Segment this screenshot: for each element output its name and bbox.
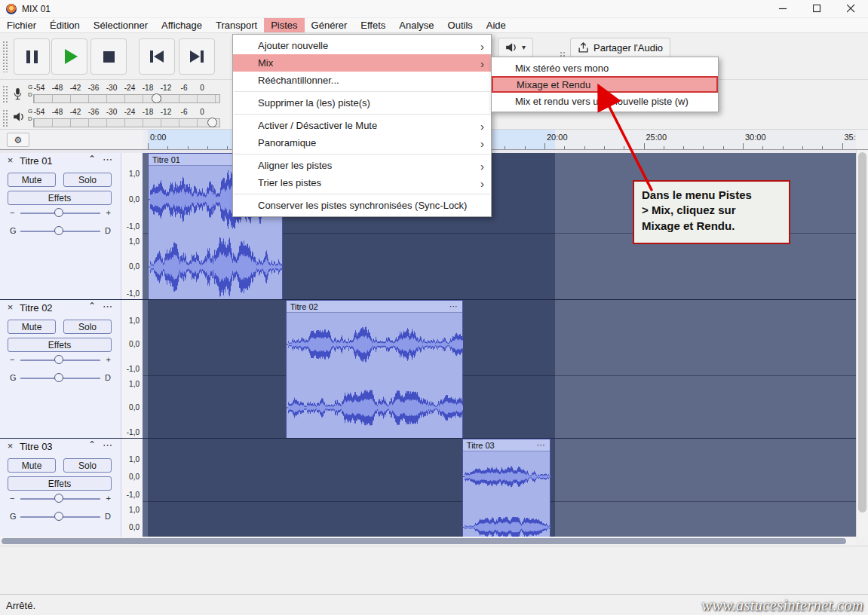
track-menu-icon[interactable]: ⋯ [102,154,114,165]
track-title[interactable]: Titre 02 [20,302,53,314]
slider-thumb[interactable] [54,208,63,217]
playback-meter-bar[interactable] [33,118,220,127]
slider-thumb[interactable] [54,355,63,364]
menu-item-mix-et-rendu-vers-une-nouvelle-piste-w[interactable]: Mix et rendu vers une nouvelle piste (w) [492,93,718,109]
menu-item-mix-stereo-vers-mono[interactable]: Mix stéréo vers mono [492,60,718,76]
submenu-arrow-icon: › [480,159,484,172]
effects-button[interactable]: Effets [8,476,112,491]
minimize-button[interactable] [766,0,800,17]
effects-button[interactable]: Effets [8,338,112,352]
recording-meter-bar[interactable] [33,94,220,103]
menu-item-aligner-les-pistes[interactable]: Aligner les pistes› [233,157,491,174]
menu-effets[interactable]: Effets [354,18,392,32]
effects-button[interactable]: Effets [8,191,112,205]
skip-to-start-button[interactable] [139,38,175,75]
menu-separator [234,91,490,92]
share-audio-button[interactable]: Partager l'Audio [570,38,670,57]
track-wave-area[interactable]: Titre 02⋯ [143,300,856,438]
collapse-track-icon[interactable]: ⌃ [86,439,98,450]
skip-to-end-button[interactable] [179,38,215,75]
balance-slider[interactable]: GD [0,512,121,523]
mute-button[interactable]: Mute [8,173,56,187]
clip-header[interactable]: Titre 03⋯ [463,439,550,451]
menu-item-conserver-les-pistes-synchronisees-sync-lock[interactable]: Conserver les pistes synchronisées (Sync… [233,197,491,214]
close-button[interactable] [834,0,868,17]
clip-menu-icon[interactable]: ⋯ [449,301,459,311]
close-track-icon[interactable]: × [5,440,16,451]
track-menu-icon[interactable]: ⋯ [102,301,114,312]
balance-slider[interactable]: GD [0,226,121,237]
slider-min-label: G [10,373,17,382]
menu-outils[interactable]: Outils [441,18,480,32]
ruler-tick [525,146,526,149]
track-control-panel[interactable]: ×Titre 02⌃⋯MuteSoloEffets−+GD [0,300,121,438]
recording-volume-slider[interactable] [152,93,161,103]
pan-slider[interactable]: −+ [0,355,121,366]
audio-setup-button[interactable]: ▾ [498,38,533,57]
menu-item-label: Mix et rendu vers une nouvelle piste (w) [515,96,689,107]
amplitude-ruler[interactable]: 1,00,0-1,01,00,0-1,0 [121,153,143,299]
solo-button[interactable]: Solo [63,320,112,334]
vertical-scrollbar[interactable] [856,150,868,537]
caret-down-icon: ▾ [522,44,526,51]
track-wave-area[interactable]: Titre 03⋯ [143,439,856,537]
mute-button[interactable]: Mute [8,320,56,334]
menu-generer[interactable]: Générer [305,18,354,32]
track-control-panel[interactable]: ×Titre 01⌃⋯MuteSoloEffets−+GD [0,153,121,299]
slider-thumb[interactable] [54,373,63,382]
ruler-tick [703,146,704,149]
menu-item-reechantillonner[interactable]: Rééchantillonner... [233,72,491,89]
track-control-panel[interactable]: ×Titre 03⌃⋯MuteSoloEffets−+GD [0,439,121,537]
clip-header[interactable]: Titre 02⋯ [287,301,462,313]
pan-slider[interactable]: −+ [0,494,121,505]
solo-button[interactable]: Solo [63,458,112,473]
annotation-text: Dans le menu Pistes > Mix, cliquez sur M… [642,188,752,232]
slider-thumb[interactable] [54,494,63,503]
horizontal-scrollbar[interactable] [0,537,856,546]
menu-item-ajouter-nouvelle[interactable]: Ajouter nouvelle› [233,37,491,54]
menu-affichage[interactable]: Affichage [155,18,209,32]
menu-item-mixage-et-rendu[interactable]: Mixage et Rendu [492,76,718,93]
collapse-track-icon[interactable]: ⌃ [86,154,98,164]
vertical-scrollbar-thumb[interactable] [858,152,866,512]
pause-icon [26,50,38,63]
audio-clip[interactable]: Titre 02⋯ [286,300,463,438]
track-title[interactable]: Titre 03 [20,441,53,452]
menu-selectionner[interactable]: Sélectionner [87,18,155,32]
clip-menu-icon[interactable]: ⋯ [537,440,546,450]
stop-button[interactable] [90,38,127,75]
mute-button[interactable]: Mute [8,458,56,473]
track-menu-icon[interactable]: ⋯ [102,439,114,451]
maximize-button[interactable] [800,0,834,17]
playback-volume-slider[interactable] [207,118,217,127]
pan-slider[interactable]: −+ [0,208,121,219]
slider-thumb[interactable] [54,226,63,235]
menu-item-panoramique[interactable]: Panoramique› [233,134,491,151]
menu-transport[interactable]: Transport [209,18,264,32]
menu-item-supprimer-la-les-piste-s[interactable]: Supprimer la (les) piste(s) [233,94,491,112]
play-button[interactable] [51,38,87,75]
close-track-icon[interactable]: × [5,301,16,313]
pause-button[interactable] [14,38,50,75]
menu-item-label: Mix [258,57,273,69]
horizontal-scrollbar-thumb[interactable] [2,538,846,544]
slider-thumb[interactable] [54,512,63,521]
solo-button[interactable]: Solo [63,173,112,187]
collapse-track-icon[interactable]: ⌃ [86,301,98,311]
toolbar-grip[interactable] [2,41,8,72]
menu-pistes[interactable]: Pistes [264,18,304,32]
close-track-icon[interactable]: × [5,155,16,166]
timeline-options-button[interactable]: ⚙ [7,133,29,147]
menu-item-trier-les-pistes[interactable]: Trier les pistes› [233,174,491,191]
menu-aide[interactable]: Aide [480,18,513,32]
track-title[interactable]: Titre 01 [20,155,53,167]
menu-fichier[interactable]: Fichier [0,18,43,32]
menu-analyse[interactable]: Analyse [392,18,440,32]
menu-edition[interactable]: Édition [43,18,87,32]
audio-clip[interactable]: Titre 03⋯ [462,439,551,537]
amplitude-ruler[interactable]: 1,00,0-1,01,00,0-1,0 [121,300,143,438]
amplitude-ruler[interactable]: 1,00,0-1,01,00,0-1,0 [121,439,143,537]
menu-item-mix[interactable]: Mix› [233,54,491,72]
balance-slider[interactable]: GD [0,373,121,384]
menu-item-activer-desactiver-le-mute[interactable]: Activer / Désactiver le Mute› [233,117,491,134]
